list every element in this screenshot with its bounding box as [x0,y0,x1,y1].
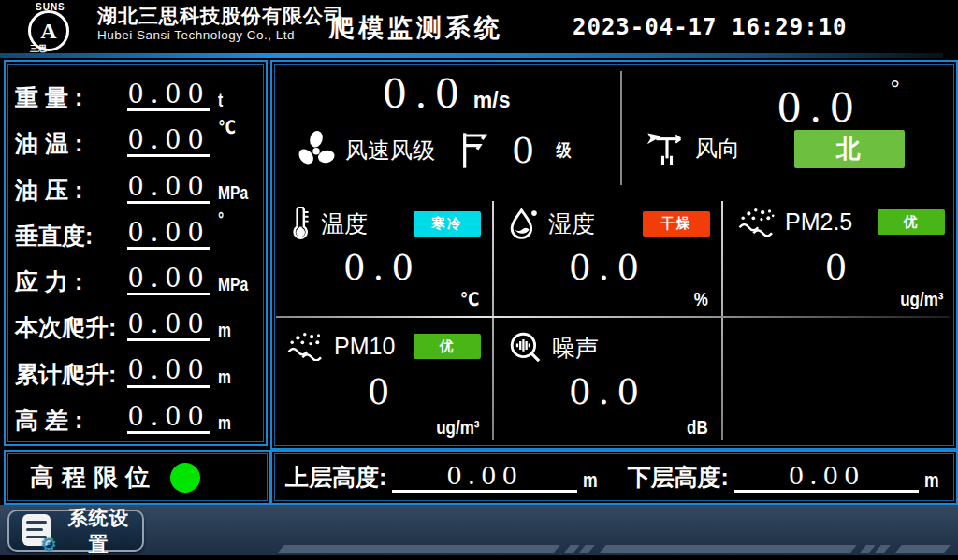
metric-unit: m [214,320,258,341]
metric-row-height-diff: 高 差 : 0.00 m [15,393,258,434]
metric-label: 重 量 : [15,83,123,111]
environment-panel: 0.0 m/s 风速风级 [270,60,958,450]
dust-icon [287,331,325,361]
wind-vane-icon [646,129,688,168]
sensor-cell-pm25: PM2.5 优 0 ug/m³ [723,194,956,316]
metric-unit: MPa [214,274,258,295]
footer-bottom-strip [0,555,958,560]
metric-value: 0.00 [127,355,210,387]
metric-row-oil-pressure: 油 压 : 0.00 MPa [15,163,258,204]
metric-unit: ° [214,208,258,230]
company-name-cn: 湖北三思科技股份有限公司 [97,5,344,26]
layer-heights-panel: 上层高度: 0.00 m 下层高度: 0.00 m [270,450,958,505]
wind-speed-unit: m/s [473,88,511,112]
sensor-unit: ug/m³ [893,289,943,310]
metric-row-current-climb: 本次爬升: 0.00 m [15,300,258,341]
sensor-unit: ℃ [457,288,479,310]
metric-label: 垂直度: [15,222,123,250]
upper-height-unit: m [583,468,598,493]
sliders-gear-icon: ⚙ [22,514,53,548]
metric-label: 油 温 : [15,129,123,157]
wind-direction-section: 0.0 ° 风向 北 [620,62,956,194]
lower-height-value: 0.00 [734,463,920,493]
footer-stripe [599,545,857,553]
sensor-grid: 温度 寒冷 0.0 ℃ 湿度 干燥 [272,194,956,444]
upper-height-value: 0.00 [392,463,577,493]
sensor-label: 湿度 [548,208,595,239]
sensor-value: 0 [272,372,492,412]
sensor-unit: ug/m³ [428,417,479,438]
sensor-label: 温度 [321,208,368,239]
droplet-icon [509,207,539,240]
sensor-cell-humidity: 湿度 干燥 0.0 % [494,194,721,316]
metric-label: 本次爬升: [15,313,123,341]
page-title: 爬模监测系统 [329,11,503,45]
metric-row-total-climb: 累计爬升: 0.00 m [15,347,258,388]
datetime-display: 2023-04-17 16:29:10 [573,14,848,40]
dust-icon [738,207,776,237]
company-name-en: Hubei Sansi Technology Co., Ltd [97,29,344,43]
footer-stripe [894,545,951,553]
metric-unit: t [214,90,258,111]
wind-level-icon [459,132,487,169]
sensor-value: 0 [723,248,956,288]
sensor-unit: dB [683,417,708,438]
header-divider [0,53,943,58]
wind-speed-readout: 0.0 m/s [272,75,620,114]
header: SUNS A 三思 湖北三思科技股份有限公司 Hubei Sansi Techn… [0,0,958,53]
metric-label: 应 力 : [15,267,123,295]
metric-value: 0.00 [127,172,210,204]
metric-value: 0.00 [127,79,210,111]
sensor-cell-empty [723,318,956,444]
metric-value: 0.00 [127,264,210,295]
wind-speed-value: 0.0 [383,71,468,117]
wind-direction-button[interactable]: 北 [794,130,905,168]
footer-stripe [578,545,595,553]
sensor-cell-pm10: PM10 优 0 ug/m³ [272,318,492,444]
sensor-value: 0.0 [494,372,721,412]
footer-stripe [277,545,560,553]
footer-stripe [859,545,876,553]
wind-level-value: 0 [512,133,534,168]
sensor-value: 0.0 [272,248,492,288]
thermometer-icon [287,207,312,240]
wind-speed-section: 0.0 m/s 风速风级 [272,62,620,194]
footer-bar: ⚙ 系统设置 [0,505,958,560]
climbing-formwork-monitor: SUNS A 三思 湖北三思科技股份有限公司 Hubei Sansi Techn… [0,0,958,560]
status-badge: 优 [878,209,945,235]
sensor-cell-noise: 噪声 0.0 dB [494,318,721,444]
wind-direction-unit: ° [891,75,900,103]
metric-label: 油 压 : [15,176,123,204]
metric-unit: MPa [214,182,258,204]
status-badge: 优 [414,334,481,359]
system-settings-button[interactable]: ⚙ 系统设置 [7,510,144,552]
sensor-label: PM2.5 [785,208,852,236]
gear-icon: ⚙ [40,535,57,553]
metric-unit: m [214,412,258,434]
company-logo-icon: SUNS A 三思 [22,2,94,52]
lower-height-unit: m [924,468,939,493]
noise-icon [509,331,543,365]
company-name: 湖北三思科技股份有限公司 Hubei Sansi Technology Co.,… [97,5,344,43]
elevation-limit-label: 高程限位 [30,461,157,494]
metric-row-stress: 应 力 : 0.00 MPa [15,254,258,295]
wind-speed-label: 风速风级 [345,136,435,165]
status-badge: 寒冷 [414,211,481,237]
settings-button-label: 系统设置 [61,505,137,557]
metric-value: 0.00 [127,309,210,341]
wind-direction-label: 风向 [695,134,740,164]
upper-height-label: 上层高度: [285,462,386,493]
metric-unit: m [214,366,258,388]
metric-label: 高 差 : [15,406,123,434]
sensor-label: 噪声 [552,333,599,364]
wind-level-unit: 级 [557,138,572,163]
status-badge: 干燥 [643,211,710,237]
metric-label: 累计爬升: [15,360,123,388]
elevation-limit-panel: 高程限位 [4,450,271,505]
metric-row-weight: 重 量 : 0.00 t [15,70,258,111]
upper-height-group: 上层高度: 0.00 m [272,462,615,493]
metric-row-oil-temp: 油 温 : 0.00 ℃ [15,116,258,157]
sensor-value: 0.0 [494,248,721,288]
wind-direction-readout: 0.0 ° [777,75,900,128]
footer-stripe [563,545,580,553]
